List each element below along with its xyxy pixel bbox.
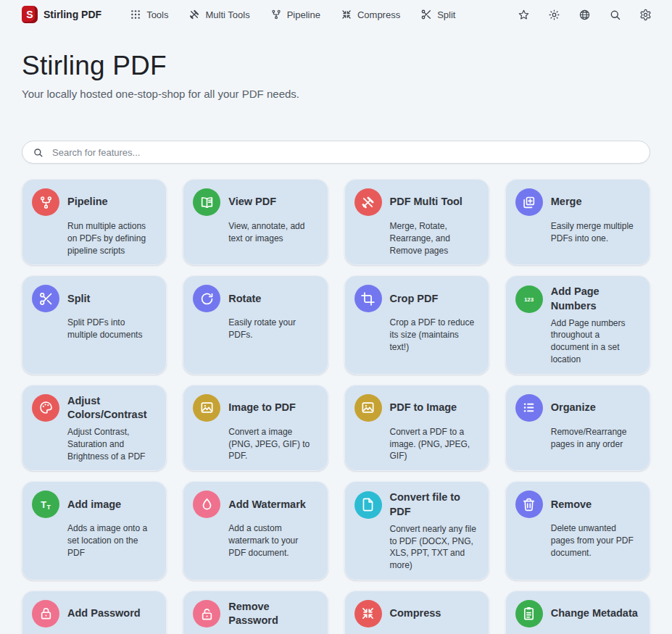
tool-card-title: Split	[67, 292, 90, 306]
tool-card-header: Remove	[515, 491, 640, 518]
pipeline-icon	[32, 188, 59, 216]
tool-card-adjust-colors[interactable]: Adjust Colors/Contrast Adjust Contrast, …	[22, 385, 167, 472]
sun-icon[interactable]	[547, 7, 562, 22]
tool-card-title: Rotate	[228, 292, 261, 306]
tool-card-description: Convert a image (PNG, JPEG, GIF) to PDF.	[228, 426, 318, 462]
tool-card-crop-pdf[interactable]: Crop PDF Crop a PDF to reduce its size (…	[344, 275, 489, 374]
tool-card-description: Convert a PDF to a image. (PNG, JPEG, GI…	[390, 426, 479, 462]
tool-card-title: Pipeline	[67, 195, 108, 209]
clipboard-icon	[515, 600, 543, 627]
brand[interactable]: S Stirling PDF	[22, 6, 101, 23]
tool-card-add-image[interactable]: TT Add image Adds a image onto a set loc…	[22, 481, 167, 580]
tool-card-description: Easily merge multiple PDFs into one.	[551, 220, 640, 245]
tool-card-description: View, annotate, add text or images	[228, 220, 318, 245]
tool-card-title: Change Metadata	[551, 606, 638, 620]
tool-card-header: Image to PDF	[193, 394, 318, 422]
unlock-icon	[193, 600, 220, 627]
search-icon[interactable]	[607, 7, 623, 22]
tool-card-header: PDF to Image	[354, 394, 479, 422]
book-open-icon	[193, 188, 220, 216]
star-icon[interactable]	[516, 7, 531, 22]
tool-card-header: Crop PDF	[354, 285, 479, 312]
tool-card-remove-password[interactable]: Remove Password Remove password protecti…	[183, 591, 328, 634]
tool-card-header: Convert file to PDF	[354, 491, 479, 518]
tool-card-header: TT Add image	[32, 491, 157, 518]
tool-card-description: Run multiple actions on PDFs by defining…	[67, 220, 157, 256]
stirling-logo-icon: S	[22, 6, 38, 23]
tool-card-title: Organize	[551, 401, 596, 414]
tool-card-add-watermark[interactable]: Add Watermark Add a custom watermark to …	[183, 481, 328, 580]
tool-card-title: View PDF	[228, 195, 276, 209]
scissors-icon	[32, 285, 59, 312]
rotate-icon	[193, 285, 220, 312]
tool-card-header: View PDF	[193, 188, 318, 216]
search-icon	[33, 147, 43, 158]
tool-card-title: Compress	[390, 606, 441, 620]
palette-icon	[32, 394, 59, 422]
droplet-icon	[193, 491, 220, 518]
nav-item-label: Compress	[357, 9, 400, 20]
tool-card-merge[interactable]: Merge Easily merge multiple PDFs into on…	[505, 179, 650, 265]
crop-icon	[354, 285, 382, 312]
tool-card-description: Adds a image onto a set location on the …	[67, 522, 157, 559]
feature-search-bar	[22, 141, 650, 164]
tool-card-title: Adjust Colors/Contrast	[67, 394, 157, 422]
tool-card-title: Add Watermark	[228, 498, 306, 512]
tool-card-header: Remove Password	[193, 600, 318, 627]
nav-item-multi-tools[interactable]: Multi Tools	[182, 5, 256, 24]
scissors-icon	[420, 9, 432, 20]
tool-card-add-password[interactable]: Add Password Encrypt your PDF document w…	[22, 591, 167, 634]
tool-card-image-to-pdf[interactable]: Image to PDF Convert a image (PNG, JPEG,…	[183, 385, 328, 472]
tool-card-compress[interactable]: Compress Compress PDFs to reduce their f…	[344, 591, 489, 634]
tool-card-pdf-to-image[interactable]: PDF to Image Convert a PDF to a image. (…	[344, 385, 489, 472]
tool-card-description: Split PDFs into multiple documents	[67, 317, 157, 341]
merge-icon	[515, 188, 543, 216]
tool-card-description: Add Page numbers throughout a document i…	[551, 317, 640, 366]
tool-card-description: Merge, Rotate, Rearrange, and Remove pag…	[390, 220, 479, 256]
tool-card-pipeline[interactable]: Pipeline Run multiple actions on PDFs by…	[22, 179, 167, 265]
tool-card-description: Crop a PDF to reduce its size (maintains…	[390, 317, 479, 353]
tool-card-header: Split	[32, 285, 157, 312]
tool-card-title: Image to PDF	[228, 401, 296, 414]
tool-card-change-metadata[interactable]: Change Metadata Change/Remove/Add metada…	[505, 591, 650, 634]
nav-item-compress[interactable]: Compress	[334, 5, 407, 24]
tool-card-pdf-multi-tool[interactable]: PDF Multi Tool Merge, Rotate, Rearrange,…	[344, 179, 489, 265]
tool-card-title: Remove Password	[228, 600, 318, 627]
tool-card-title: PDF to Image	[390, 401, 457, 414]
tool-card-title: Merge	[551, 195, 582, 209]
tool-card-rotate[interactable]: Rotate Easily rotate your PDFs.	[183, 275, 328, 374]
gear-icon[interactable]	[638, 7, 653, 22]
nav-item-label: Pipeline	[287, 9, 320, 20]
image-icon	[193, 394, 220, 422]
tool-card-header: Add Watermark	[193, 491, 318, 518]
tool-card-convert-file-to-pdf[interactable]: Convert file to PDF Convert nearly any f…	[344, 481, 489, 580]
tool-card-split[interactable]: Split Split PDFs into multiple documents	[22, 275, 167, 374]
compress-icon	[341, 9, 352, 20]
tool-card-view-pdf[interactable]: View PDF View, annotate, add text or ima…	[183, 179, 328, 265]
nav-item-label: Tools	[146, 9, 168, 20]
tool-card-title: Convert file to PDF	[390, 491, 479, 518]
tool-card-add-page-numbers[interactable]: 123 Add Page Numbers Add Page numbers th…	[505, 275, 650, 374]
feature-search-input[interactable]	[51, 146, 639, 159]
pipeline-icon	[270, 9, 282, 20]
svg-text:T: T	[41, 499, 46, 509]
nav-item-label: Split	[437, 9, 455, 20]
nav-item-tools[interactable]: Tools	[123, 5, 175, 24]
tool-card-header: Rotate	[193, 285, 318, 312]
nav-item-pipeline[interactable]: Pipeline	[264, 5, 327, 24]
tool-card-organize[interactable]: Organize Remove/Rearrange pages in any o…	[505, 385, 650, 472]
multi-tools-icon	[188, 9, 200, 20]
globe-icon[interactable]	[577, 7, 592, 22]
tool-card-header: Compress	[354, 600, 479, 627]
tool-card-title: Remove	[551, 498, 592, 512]
tool-card-title: PDF Multi Tool	[390, 195, 462, 209]
nav-menu: Tools Multi Tools Pipeline Compress Spli…	[123, 5, 462, 24]
tool-card-header: PDF Multi Tool	[354, 188, 479, 216]
brand-label: Stirling PDF	[43, 9, 101, 20]
nav-item-split[interactable]: Split	[414, 5, 462, 24]
tool-card-title: Add Password	[67, 606, 141, 620]
tool-card-remove[interactable]: Remove Delete unwanted pages from your P…	[505, 481, 650, 580]
tool-card-description: Delete unwanted pages from your PDF docu…	[551, 522, 640, 559]
tool-card-header: 123 Add Page Numbers	[515, 285, 640, 312]
grid-icon	[130, 9, 141, 20]
